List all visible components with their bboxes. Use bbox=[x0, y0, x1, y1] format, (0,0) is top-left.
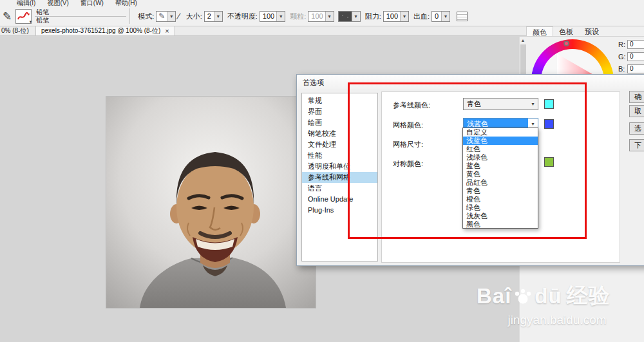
document-tab-bar: 0% (8-位) pexels-photo-3761521.jpg @ 100%… bbox=[0, 26, 526, 36]
paw-icon bbox=[513, 287, 533, 306]
rgb-fields: R: 0 G: 0 B: 0 bbox=[618, 40, 644, 77]
r-row: R: 0 bbox=[618, 40, 644, 49]
b-row: B: 0 bbox=[618, 64, 644, 73]
bleed-label: 出血: bbox=[413, 12, 430, 21]
menu-item-help[interactable]: 帮助(H) bbox=[115, 0, 137, 6]
document-tab-title: pexels-photo-3761521.jpg @ 100% (8-位) bbox=[41, 26, 160, 35]
portrait-photo bbox=[106, 97, 316, 308]
chevron-down-icon: ▾ bbox=[441, 12, 450, 21]
size-label: 大小: bbox=[186, 12, 202, 21]
menu-bar: 编辑(I) 视图(V) 窗口(W) 帮助(H) bbox=[0, 0, 644, 6]
mode-dropdown[interactable]: ✎ ▾ bbox=[156, 11, 176, 22]
resistance-label: 阻力: bbox=[365, 12, 381, 21]
tab-presets[interactable]: 预设 bbox=[579, 26, 605, 36]
r-label: R: bbox=[618, 41, 627, 48]
chevron-down-icon: ▾ bbox=[167, 12, 175, 21]
watermark-brand-cn: 经验 bbox=[567, 281, 611, 310]
ok-button[interactable]: 确 bbox=[629, 91, 644, 103]
menu-item-edit[interactable]: 编辑(I) bbox=[17, 0, 35, 6]
chevron-down-icon: ▾ bbox=[325, 12, 334, 21]
grain-dropdown[interactable]: 100 ▾ bbox=[308, 11, 334, 22]
tool-options-bar: ✎ ▾ 铅笔 铅笔 模式: ✎ ▾ ∕ 大小: 2 ▾ 不透明度: 100 ▾ … bbox=[0, 6, 644, 26]
g-value-field[interactable]: 0 bbox=[627, 52, 644, 61]
r-value-field[interactable]: 0 bbox=[627, 40, 644, 49]
tab-color[interactable]: 颜色 bbox=[526, 26, 553, 36]
scroll-up-arrow-icon[interactable]: ▲ bbox=[520, 37, 526, 44]
bleed-dropdown[interactable]: 0 ▾ bbox=[431, 11, 450, 22]
chevron-down-icon: ▾ bbox=[214, 12, 222, 21]
brush-stroke-icon bbox=[17, 10, 30, 23]
toolbar-divider bbox=[129, 8, 130, 24]
size-value: 2 bbox=[205, 12, 214, 21]
g-label: G: bbox=[618, 53, 627, 61]
watermark-brand-left: Baî bbox=[477, 284, 511, 309]
cancel-button[interactable]: 取 bbox=[629, 105, 644, 117]
chevron-down-icon: ▾ bbox=[352, 12, 360, 21]
next-button[interactable]: 下 bbox=[629, 139, 644, 151]
pencil-tool-icon[interactable]: ✎ bbox=[3, 10, 12, 23]
photo-document bbox=[106, 97, 316, 308]
chevron-down-icon: ▾ bbox=[400, 12, 408, 21]
menu-item-window[interactable]: 窗口(W) bbox=[80, 0, 104, 6]
g-row: G: 0 bbox=[618, 52, 644, 61]
app-window: 编辑(I) 视图(V) 窗口(W) 帮助(H) ✎ ▾ 铅笔 铅笔 模式: ✎ … bbox=[0, 0, 644, 342]
watermark-brand: Baî dū 经验 bbox=[477, 281, 638, 310]
opacity-dropdown[interactable]: 100 ▾ bbox=[260, 11, 285, 22]
bleed-value: 0 bbox=[432, 12, 441, 21]
tool-name-label: 铅笔 铅笔 bbox=[35, 8, 126, 24]
hue-marker[interactable] bbox=[564, 41, 569, 46]
brush-preset-button[interactable]: ▾ bbox=[15, 9, 32, 24]
tab-swatches[interactable]: 色板 bbox=[553, 26, 579, 36]
panel-tab-strip: 颜色 色板 预设 bbox=[526, 26, 644, 37]
close-icon[interactable]: × bbox=[165, 27, 169, 35]
grain-label: 颗粒: bbox=[290, 12, 306, 21]
texture-swatch-button[interactable]: ▾ bbox=[338, 11, 361, 22]
tool-name-line2: 铅笔 bbox=[35, 17, 126, 24]
mode-pencil-icon: ✎ bbox=[156, 12, 167, 21]
watermark-url: jingyan.baidu.com bbox=[477, 313, 638, 327]
tool-name-line1: 铅笔 bbox=[35, 8, 126, 17]
document-tab-active[interactable]: pexels-photo-3761521.jpg @ 100% (8-位) × bbox=[36, 26, 175, 35]
chevron-down-icon: ▾ bbox=[30, 19, 32, 24]
b-label: B: bbox=[618, 65, 627, 73]
menu-items: 编辑(I) 视图(V) 窗口(W) 帮助(H) bbox=[0, 0, 644, 6]
canvas-grid-icon[interactable] bbox=[457, 12, 468, 21]
size-dropdown[interactable]: 2 ▾ bbox=[204, 11, 223, 22]
mode-label: 模式: bbox=[138, 12, 154, 21]
menu-item-view[interactable]: 视图(V) bbox=[47, 0, 68, 6]
opacity-label: 不透明度: bbox=[227, 12, 258, 21]
grain-value: 100 bbox=[308, 12, 325, 21]
chevron-down-icon: ▾ bbox=[276, 12, 285, 21]
resistance-dropdown[interactable]: 100 ▾ bbox=[383, 11, 409, 22]
watermark-brand-right: dū bbox=[535, 284, 562, 309]
b-value-field[interactable]: 0 bbox=[627, 64, 644, 73]
texture-thumbnail-icon bbox=[339, 12, 352, 21]
pressure-slash-icon[interactable]: ∕ bbox=[178, 11, 179, 21]
red-highlight-annotation bbox=[348, 82, 587, 239]
prev-button[interactable]: 选 bbox=[629, 122, 644, 135]
opacity-value: 100 bbox=[260, 12, 276, 21]
watermark: Baî dū 经验 jingyan.baidu.com bbox=[477, 281, 638, 327]
resistance-value: 100 bbox=[384, 12, 400, 21]
document-tab-partial[interactable]: 0% (8-位) bbox=[0, 26, 36, 35]
